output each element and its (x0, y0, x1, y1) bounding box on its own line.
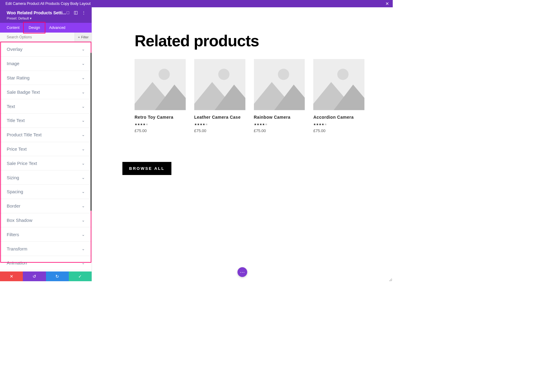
canvas: Related products Retro Toy Camera★★★★★£7… (92, 7, 393, 281)
panel-title: Woo Related Products Setti... (7, 10, 66, 15)
save-button[interactable]: ✓ (69, 271, 92, 281)
tabs: Content Design Advanced (0, 23, 92, 33)
product-card[interactable]: Accordion Camera★★★★★£75.00 (313, 59, 364, 133)
option-row[interactable]: Overlay⌄ (0, 42, 92, 57)
product-image-placeholder (135, 59, 186, 110)
option-label: Box Shadow (7, 218, 32, 223)
product-price: £75.00 (254, 128, 305, 133)
fab-button[interactable]: ⋯ (237, 267, 247, 277)
product-image-placeholder (254, 59, 305, 110)
chevron-down-icon: ⌄ (82, 61, 85, 66)
products-grid: Retro Toy Camera★★★★★£75.00 Leather Came… (135, 59, 364, 133)
star-icon: ★ (265, 123, 268, 126)
option-row[interactable]: Spacing⌄ (0, 185, 92, 199)
option-row[interactable]: Box Shadow⌄ (0, 213, 92, 228)
panel-layout-icon[interactable] (74, 11, 78, 15)
option-label: Filters (7, 232, 19, 237)
star-rating: ★★★★★ (313, 123, 364, 126)
option-row[interactable]: Border⌄ (0, 199, 92, 213)
star-icon: ★ (321, 123, 324, 126)
option-row[interactable]: Product Title Text⌄ (0, 128, 92, 142)
top-bar-title: Edit Camera Product All Products Copy Bo… (5, 2, 90, 6)
filter-button[interactable]: + Filter (75, 33, 92, 41)
product-card[interactable]: Leather Camera Case★★★★★£75.00 (194, 59, 245, 133)
chevron-down-icon: ⌄ (82, 175, 85, 180)
star-icon: ★ (197, 123, 200, 126)
chevron-down-icon: ⌄ (82, 218, 85, 222)
product-name: Rainbow Camera (254, 115, 305, 120)
svg-point-12 (278, 69, 289, 80)
star-icon: ★ (313, 123, 316, 126)
product-card[interactable]: Rainbow Camera★★★★★£75.00 (254, 59, 305, 133)
star-icon: ★ (324, 123, 327, 126)
cancel-button[interactable]: ✕ (0, 271, 23, 281)
options-list[interactable]: Overlay⌄Image⌄Star Rating⌄Sale Badge Tex… (0, 42, 92, 271)
option-row[interactable]: Sale Price Text⌄ (0, 156, 92, 170)
chevron-down-icon: ⌄ (82, 132, 85, 137)
search-row: + Filter (0, 33, 92, 42)
chevron-down-icon: ⌄ (82, 104, 85, 109)
option-row[interactable]: Star Rating⌄ (0, 71, 92, 85)
product-card[interactable]: Retro Toy Camera★★★★★£75.00 (135, 59, 186, 133)
star-icon: ★ (143, 123, 146, 126)
star-icon: ★ (259, 123, 262, 126)
star-icon: ★ (262, 123, 265, 126)
chevron-down-icon: ⌄ (82, 118, 85, 123)
svg-rect-0 (67, 12, 69, 14)
chevron-down-icon: ⌄ (82, 247, 85, 251)
option-label: Image (7, 61, 19, 66)
option-row[interactable]: Price Text⌄ (0, 142, 92, 156)
star-icon: ★ (140, 123, 143, 126)
product-image-placeholder (313, 59, 364, 110)
svg-point-8 (218, 69, 230, 80)
star-icon: ★ (137, 123, 140, 126)
option-label: Price Text (7, 146, 27, 152)
option-row[interactable]: Image⌄ (0, 57, 92, 71)
redo-button[interactable]: ↻ (46, 271, 69, 281)
option-label: Sizing (7, 175, 19, 180)
browse-all-button[interactable]: BROWSE ALL (122, 162, 171, 175)
option-row[interactable]: Animation⌄ (0, 256, 92, 270)
related-products-heading: Related products (135, 32, 364, 50)
star-icon: ★ (254, 123, 257, 126)
chevron-down-icon: ⌄ (82, 161, 85, 166)
chevron-down-icon: ⌄ (82, 47, 85, 51)
option-label: Animation (7, 260, 27, 265)
option-label: Text (7, 104, 15, 109)
star-icon: ★ (146, 123, 148, 126)
chevron-down-icon: ⌄ (82, 204, 85, 208)
top-bar: Edit Camera Product All Products Copy Bo… (0, 0, 393, 7)
option-row[interactable]: Text⌄ (0, 99, 92, 114)
expand-icon[interactable] (66, 11, 70, 15)
search-input[interactable] (0, 33, 75, 41)
star-rating: ★★★★★ (135, 123, 186, 126)
option-row[interactable]: Transform⌄ (0, 242, 92, 256)
option-row[interactable]: Sizing⌄ (0, 170, 92, 185)
resize-handle-icon[interactable] (388, 276, 393, 281)
tab-advanced[interactable]: Advanced (49, 23, 65, 33)
product-name: Accordion Camera (313, 115, 364, 120)
option-label: Sale Price Text (7, 161, 37, 166)
more-icon[interactable]: ⋮ (82, 11, 86, 15)
chevron-down-icon: ⌄ (82, 261, 85, 265)
option-row[interactable]: Filters⌄ (0, 227, 92, 242)
option-row[interactable]: Sale Badge Text⌄ (0, 85, 92, 99)
svg-point-4 (159, 69, 170, 80)
star-icon: ★ (194, 123, 197, 126)
star-icon: ★ (316, 123, 319, 126)
star-icon: ★ (257, 123, 259, 126)
option-label: Transform (7, 246, 27, 251)
undo-button[interactable]: ↺ (23, 271, 46, 281)
chevron-down-icon: ⌄ (82, 90, 85, 94)
product-name: Retro Toy Camera (135, 115, 186, 120)
star-icon: ★ (202, 123, 205, 126)
option-label: Star Rating (7, 75, 30, 80)
tab-design[interactable]: Design (29, 23, 40, 33)
options-panel: Overlay⌄Image⌄Star Rating⌄Sale Badge Tex… (0, 42, 92, 271)
preset-selector[interactable]: Preset: Default ▾ (7, 16, 87, 20)
product-price: £75.00 (135, 128, 186, 133)
close-icon[interactable]: ✕ (384, 1, 390, 6)
star-rating: ★★★★★ (194, 123, 245, 126)
option-row[interactable]: Title Text⌄ (0, 114, 92, 128)
tab-content[interactable]: Content (7, 23, 19, 33)
